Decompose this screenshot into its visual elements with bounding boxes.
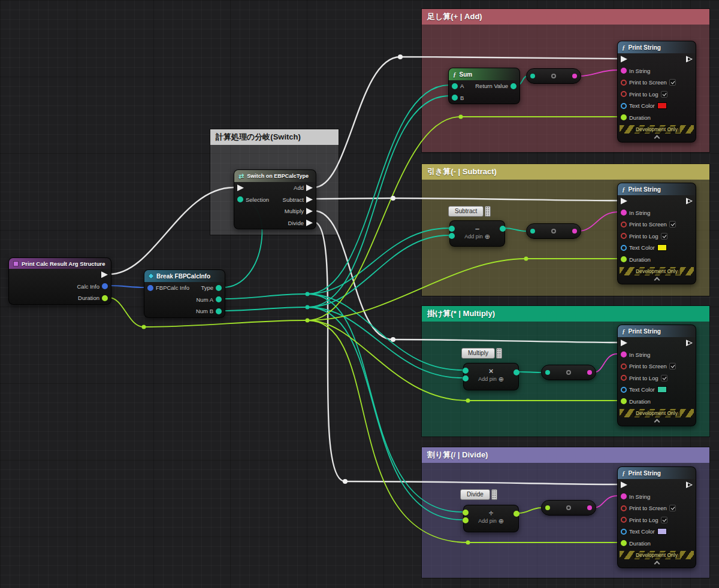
text-color-swatch[interactable] [657,386,667,393]
add-pin-button[interactable]: Add pin ⊕ [464,518,518,524]
exec-out-pin[interactable] [686,198,693,204]
exec-wire[interactable] [393,340,618,343]
calc-info-pin[interactable] [102,283,108,289]
print-to-screen-pin[interactable] [621,363,627,369]
text-color-pin[interactable] [621,387,627,393]
input-b-pin[interactable] [449,233,455,239]
data-wire[interactable] [519,372,541,372]
exec-out-pin[interactable] [686,340,693,346]
print-to-screen-checkbox[interactable] [669,505,676,511]
wildcard-pin[interactable] [551,229,556,234]
print-to-log-checkbox[interactable] [661,233,667,240]
data-wire[interactable] [505,228,526,231]
node-header[interactable]: ƒ Sum [449,68,519,80]
data-wire[interactable] [579,70,617,76]
reroute-node[interactable] [391,337,395,342]
exec-in-pin[interactable] [621,340,627,346]
output-pin[interactable] [513,369,519,375]
duration-pin[interactable] [621,256,627,262]
wildcard-pin[interactable] [566,505,571,510]
data-wire[interactable] [307,235,449,307]
multiply-op-node[interactable]: × Add pin ⊕ [463,363,519,390]
data-wire[interactable] [307,96,449,307]
print-to-screen-pin[interactable] [621,80,627,86]
a-pin[interactable] [452,83,458,89]
node-header[interactable]: ⇄ Switch on EBPCalcType [234,170,316,182]
print-to-screen-checkbox[interactable] [669,79,676,86]
data-wire[interactable] [307,320,468,401]
print-to-screen-checkbox[interactable] [669,221,676,228]
print-to-log-pin[interactable] [621,91,627,97]
text-color-swatch[interactable] [657,102,667,109]
input-b-pin[interactable] [463,375,469,381]
exec-out-pin[interactable] [686,481,693,488]
exec-wire[interactable] [314,211,393,340]
data-wire[interactable] [307,85,449,294]
data-wire[interactable] [223,307,306,311]
print-string-node-divide[interactable]: ƒ Print String In String Print to Screen… [617,466,696,568]
blueprint-canvas[interactable]: 計算処理の分岐(Switch) 足し算(+ | Add) 引き算(- | Sub… [0,0,719,588]
b-pin[interactable] [452,95,458,101]
num-b-pin[interactable] [216,308,222,314]
divide-op-node[interactable]: ÷ Add pin ⊕ [463,505,519,532]
text-color-swatch[interactable] [657,244,667,251]
break-struct-node[interactable]: Break FBPCalcInfo FBPCalc Info Type Num … [144,269,225,318]
data-wire[interactable] [109,286,145,287]
subtract-operator-dropdown[interactable]: Subtract [448,206,491,217]
reroute-node[interactable] [306,292,310,296]
node-header[interactable]: ƒ Print String [618,41,696,53]
print-string-node-subtract[interactable]: ƒ Print String In String Print to Screen… [617,183,696,284]
exec-out-pin[interactable] [686,56,693,62]
collapse-button[interactable] [618,275,696,284]
node-header[interactable]: ƒ Print String [618,183,696,195]
print-to-log-pin[interactable] [621,517,627,523]
print-to-log-checkbox[interactable] [661,91,667,98]
exec-wire[interactable] [314,198,393,199]
duration-pin[interactable] [102,295,108,301]
exec-in-pin[interactable] [621,198,627,204]
reroute-node[interactable] [306,319,310,323]
in-string-pin[interactable] [621,210,627,216]
data-wire[interactable] [307,294,462,512]
data-wire[interactable] [223,294,306,299]
in-string-pin[interactable] [621,493,627,499]
entry-node[interactable]: Print Calc Result Arg Structure Calc Inf… [8,257,111,305]
selection-pin[interactable] [237,196,243,202]
exec-wire[interactable] [400,57,618,59]
exec-in-pin[interactable] [621,56,627,62]
reroute-node[interactable] [306,305,310,310]
output-pin[interactable] [500,226,506,232]
collapse-button[interactable] [618,559,696,568]
data-wire[interactable] [307,320,468,542]
multiply-operator-dropdown[interactable]: Multiply [461,348,502,359]
input-pin[interactable] [530,74,535,78]
to-string-node[interactable] [526,223,581,239]
exec-out-subtract-pin[interactable] [306,196,313,203]
exec-wire[interactable] [314,222,345,481]
input-a-pin[interactable] [463,368,469,374]
reroute-node[interactable] [343,479,348,484]
print-string-node-add[interactable]: ƒ Print String In String Print to Screen… [617,41,696,143]
to-string-node[interactable] [541,365,596,380]
collapse-button[interactable] [618,134,696,142]
duration-pin[interactable] [621,540,627,546]
data-wire[interactable] [579,212,617,231]
output-pin[interactable] [572,74,577,78]
exec-wire[interactable] [393,198,618,201]
subtract-op-node[interactable]: – Add pin ⊕ [449,220,505,247]
in-string-pin[interactable] [621,68,627,74]
to-string-node[interactable] [541,500,596,516]
data-wire[interactable] [594,496,617,508]
data-wire[interactable] [594,354,617,372]
data-wire[interactable] [307,307,462,520]
reroute-node[interactable] [391,196,395,201]
node-header[interactable]: ƒ Print String [618,325,696,337]
output-pin[interactable] [587,370,592,375]
data-wire[interactable] [144,320,306,327]
input-a-pin[interactable] [463,510,469,516]
data-wire[interactable] [519,508,541,513]
print-to-log-checkbox[interactable] [661,517,667,523]
add-pin-button[interactable]: Add pin ⊕ [464,376,518,382]
reroute-node[interactable] [398,54,403,59]
text-color-swatch[interactable] [657,528,667,535]
